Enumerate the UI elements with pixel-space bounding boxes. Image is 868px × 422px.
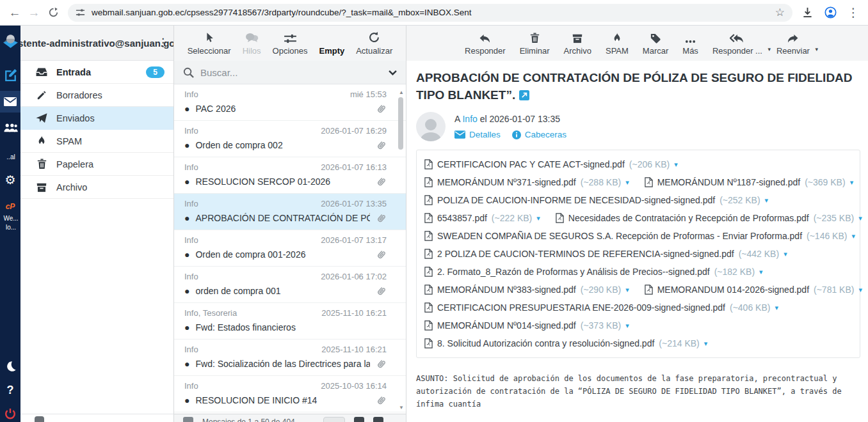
reload-button[interactable] [44,3,63,22]
attachment-menu-caret-icon[interactable]: ▾ [625,178,629,187]
select-button[interactable]: Seleccionar [188,31,231,56]
attachment-menu-caret-icon[interactable]: ▾ [625,286,629,294]
app-logo[interactable] [0,33,20,49]
attachment-menu-caret-icon[interactable]: ▾ [784,250,787,258]
dropdown-caret-icon[interactable]: ▾ [815,46,818,52]
site-info-icon[interactable] [76,8,85,17]
scroll-down-icon[interactable]: ▼ [399,405,404,410]
attachment-menu-caret-icon[interactable]: ▾ [674,160,678,169]
attachment-item[interactable]: MEMORÁNDUM Nº1187-signed.pdf(~369 KB)▾ [645,177,853,187]
responder-button[interactable]: Responder ...▾ [712,31,762,56]
attachment-item[interactable]: 6543857.pdf(~222 KB)▾ [424,213,540,223]
folder-item-spam[interactable]: SPAM [20,130,173,153]
forward-button[interactable]: → [24,3,44,22]
attachment-menu-caret-icon[interactable]: ▾ [775,304,778,312]
attachment-item[interactable]: POLIZA DE CAUCION-INFORME DE NECESIDAD-s… [424,195,768,205]
profile-button[interactable] [821,3,840,22]
message-subject: Orden de compra 002 [195,139,370,152]
search-options-chevron-icon[interactable] [389,70,397,75]
message-row[interactable]: Info2025-11-10 16:21●Fwd: Socialización … [174,340,406,376]
attachment-menu-caret-icon[interactable]: ▾ [858,286,862,294]
message-row[interactable]: Info2026-01-07 13:17●Orden de compra 001… [174,230,406,267]
search-bar[interactable]: Buscar... [174,61,406,84]
help-button[interactable]: ? [0,384,20,397]
attachment-row: 8. Solicitud Autorización contra y resol… [424,334,852,352]
message-row[interactable]: Info2026-01-06 17:02●orden de compra 001 [174,267,406,303]
m-s-button[interactable]: Más [682,31,698,56]
empty-button[interactable]: Empty [319,31,344,56]
folder-item-papelera[interactable]: Papelera [20,153,173,176]
attachment-menu-caret-icon[interactable]: ▾ [765,196,769,205]
folder-item-archivo[interactable]: Archivo [20,176,173,199]
folder-item-borradores[interactable]: Borradores [20,84,173,107]
threads-button[interactable]: Hilos [243,31,261,56]
archivo-button[interactable]: Archivo [564,31,591,56]
message-date: 2026-01-07 16:13 [321,162,387,173]
attachment-menu-caret-icon[interactable]: ▾ [850,178,854,187]
details-toggle[interactable]: Detalles [454,130,501,139]
open-in-new-window-icon[interactable] [519,90,529,100]
refresh-button[interactable]: Actualizar [356,31,392,56]
recipient-link[interactable]: Info [462,114,477,124]
mail-nav-button[interactable] [0,91,20,113]
attachment-menu-caret-icon[interactable]: ▾ [536,214,540,223]
settings-button[interactable]: ⚙ [0,173,20,187]
dropdown-caret-icon[interactable]: ▾ [768,46,771,52]
url-text[interactable]: webmail.sanjuan.gob.ec/cpsess2977418567/… [92,8,775,17]
message-row[interactable]: Infomié 15:53●PAC 2026 [174,84,406,121]
contacts-button[interactable] [0,123,20,133]
next-page-icon[interactable] [373,417,383,422]
bookmark-star-icon[interactable]: ☆ [775,6,785,19]
attachment-name: MEMORANDUM 014-2026-signed.pdf [657,285,809,295]
options-button[interactable]: Opciones [273,31,308,56]
attachment-item[interactable]: MEMORÁNDUM Nº014-signed.pdf(~373 KB)▾ [424,320,629,331]
attachment-item[interactable]: MEMORÁNDUM Nº383-signed.pdf(~290 KB)▾ [424,285,629,295]
contacts-icon [3,123,18,133]
compose-button[interactable] [0,68,20,81]
attachment-item[interactable]: SWEADEN COMPAÑIA DE SEGUROS S.A. Recepci… [424,231,855,241]
dark-mode-button[interactable] [0,361,20,372]
logout-button[interactable] [0,408,20,419]
marcar-button[interactable]: Marcar [643,31,668,56]
attachment-item[interactable]: Necesidades de Contratación y Recepción … [556,213,862,223]
reenviar-button[interactable]: Reenviar▾ [776,31,810,56]
browser-menu-button[interactable]: ⋮ [844,3,863,22]
attachment-menu-caret-icon[interactable]: ▾ [858,214,862,223]
message-row[interactable]: Info2026-01-07 13:35●APROBACIÓN DE CONTR… [174,194,406,230]
folder-label: Archivo [56,182,165,192]
folder-item-entrada[interactable]: Entrada5 [20,61,173,84]
attachment-item[interactable]: MEMORÁNDUM Nº371-signed.pdf(~288 KB)▾ [424,177,629,187]
attachment-item[interactable]: 2. Formato_8_Razón de Proformas y Anális… [424,267,763,277]
folders-footer-icon[interactable] [35,416,44,422]
attachment-item[interactable]: 8. Solicitud Autorización contra y resol… [424,338,707,348]
attachment-item[interactable]: MEMORANDUM 014-2026-signed.pdf(~781 KB)▾ [645,285,862,295]
attachment-menu-caret-icon[interactable]: ▾ [851,232,855,240]
message-date: 2025-11-10 16:21 [321,308,387,318]
back-button[interactable]: ← [5,3,24,22]
message-row[interactable]: Info2026-01-07 16:13●RESOLUCION SERCOP 0… [174,157,406,194]
scroll-up-icon[interactable]: ▲ [399,90,404,95]
footer-icon[interactable] [183,417,193,422]
url-bar[interactable]: webmail.sanjuan.gob.ec/cpsess2977418567/… [68,4,792,22]
attachment-menu-caret-icon[interactable]: ▾ [625,322,629,330]
prev-page-icon[interactable] [354,417,364,422]
folder-item-enviados[interactable]: Enviados [20,107,173,130]
sliders-icon [284,31,296,43]
eliminar-button[interactable]: Eliminar [520,31,550,56]
headers-toggle[interactable]: Cabeceras [512,130,567,139]
spam-button[interactable]: SPAM [606,31,629,56]
download-button[interactable] [798,3,817,22]
message-row[interactable]: Info2026-01-07 16:29●Orden de compra 002 [174,121,406,157]
account-menu-icon[interactable]: ⋮ [157,36,168,49]
attachment-menu-caret-icon[interactable]: ▾ [704,340,708,348]
attachment-item[interactable]: CERTIFICACION PAC Y CATE ACT-signed.pdf(… [424,159,678,169]
message-row[interactable]: Info, Tesoreria2025-11-10 16:21●Fwd: Est… [174,303,406,340]
responder-button[interactable]: Responder [465,31,506,56]
attachment-menu-caret-icon[interactable]: ▾ [759,268,763,276]
attachment-item[interactable]: 2 POLIZA DE CAUCION-TERMINOS DE REFERENC… [424,249,787,259]
list-scrollbar-thumb[interactable] [398,97,403,150]
message-row[interactable]: Info2025-10-03 16:14●RESOLUCION DE INICI… [174,376,406,412]
attachment-item[interactable]: CERTIFICACION PRESUPUESTARIA ENE-2026-00… [424,302,778,313]
page-input[interactable] [323,417,345,422]
cpanel-link[interactable]: cP [0,202,20,211]
